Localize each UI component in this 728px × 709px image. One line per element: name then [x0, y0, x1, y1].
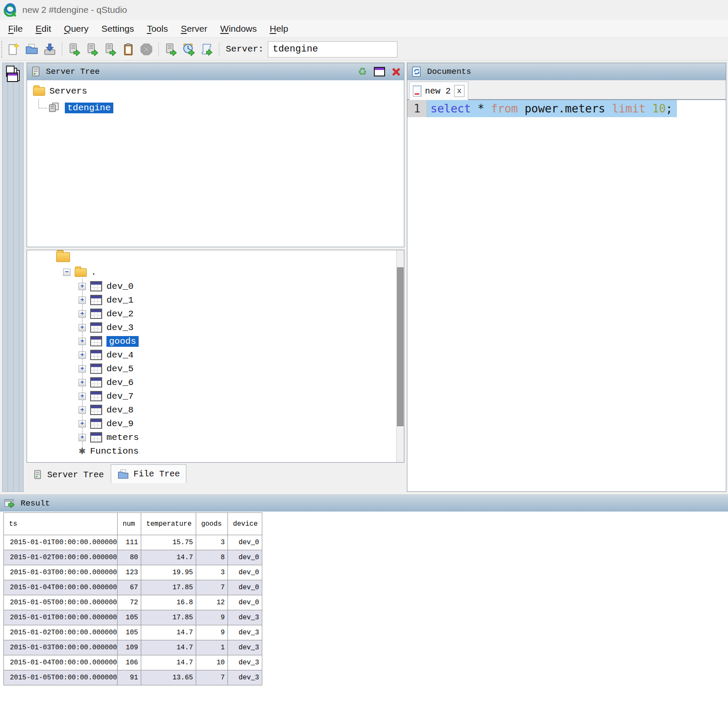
run-script-server-button[interactable] [162, 41, 179, 58]
cell-temperature: 13.65 [141, 670, 196, 685]
expand-icon[interactable]: + [79, 365, 86, 373]
table-row[interactable]: 2015-01-04T00:00:00.0000006717.857dev_0 [4, 580, 262, 595]
menu-item-file[interactable]: File [2, 24, 29, 34]
expand-icon[interactable]: + [79, 338, 86, 345]
tree-item-servers[interactable]: Servers [33, 86, 87, 96]
close-panel-icon[interactable] [392, 67, 400, 76]
menu-item-help[interactable]: Help [263, 24, 294, 34]
expand-icon[interactable]: + [79, 420, 86, 427]
documents-panel: Documents new 2 x 1 select * from power.… [407, 63, 726, 492]
tree-item-label: goods [106, 336, 139, 347]
root-folder-icon[interactable] [56, 252, 70, 262]
server-icon [30, 66, 42, 78]
expand-icon[interactable]: + [79, 324, 86, 331]
column-header-device[interactable]: device [228, 513, 262, 535]
tab-new-2[interactable]: new 2 x [409, 82, 468, 100]
cell-device: dev_0 [228, 535, 262, 550]
table-row[interactable]: 2015-01-05T00:00:00.0000007216.812dev_0 [4, 595, 262, 610]
server-node-label: tdengine [65, 103, 113, 113]
restore-window-icon[interactable] [7, 73, 18, 82]
column-header-num[interactable]: num [117, 513, 141, 535]
code-line[interactable]: select * from power.meters limit 10; [427, 100, 677, 117]
script-icon [200, 42, 214, 56]
expand-icon[interactable]: + [79, 297, 86, 304]
column-header-temperature[interactable]: temperature [141, 513, 196, 535]
table-row[interactable]: 2015-01-01T00:00:00.00000010517.859dev_3 [4, 610, 262, 625]
tree-item-dev_7[interactable]: +dev_7 [27, 389, 388, 403]
menu-item-windows[interactable]: Windows [214, 24, 263, 34]
tree-item-label: dev_7 [106, 391, 133, 401]
server-input[interactable] [268, 41, 397, 58]
stop-query-button[interactable] [138, 41, 155, 58]
new-document-button[interactable] [5, 41, 22, 58]
run-script-button[interactable] [198, 41, 215, 58]
save-import-button[interactable] [41, 41, 58, 58]
menu-item-settings[interactable]: Settings [95, 24, 140, 34]
expand-icon[interactable]: + [79, 283, 86, 290]
menu-mnemonic: W [220, 24, 229, 33]
tree-item-dev_6[interactable]: +dev_6 [27, 376, 388, 389]
title-bar: new 2 #tdengine - qStudio [0, 0, 728, 20]
run-line-button[interactable] [84, 41, 101, 58]
tree-item-functions[interactable]: ✱Functions [27, 444, 388, 458]
tree-item-dev_8[interactable]: +dev_8 [27, 403, 388, 417]
run-query-button[interactable] [66, 41, 83, 58]
table-row[interactable]: 2015-01-05T00:00:00.0000009113.657dev_3 [4, 670, 262, 685]
column-header-ts[interactable]: ts [4, 513, 118, 535]
tree-item-dev_4[interactable]: +dev_4 [27, 348, 388, 362]
sql-editor[interactable]: 1 select * from power.meters limit 10; [407, 100, 726, 491]
tree-item-dev_9[interactable]: +dev_9 [27, 417, 388, 430]
refresh-icon[interactable]: ♻ [358, 67, 367, 77]
expand-icon[interactable]: + [79, 379, 86, 386]
result-table-head: tsnumtemperaturegoodsdevice [4, 513, 262, 535]
collapse-icon[interactable]: − [63, 269, 70, 276]
clipboard-button[interactable] [120, 41, 137, 58]
maximize-panel-icon[interactable] [374, 67, 385, 76]
expand-icon[interactable]: + [79, 406, 86, 414]
tree-item-label: Functions [90, 446, 139, 456]
tab-file-tree[interactable]: File Tree [111, 464, 186, 483]
close-tab-button[interactable]: x [454, 85, 464, 97]
vertical-scrollbar[interactable] [396, 250, 404, 462]
open-file-button[interactable] [23, 41, 40, 58]
cell-goods: 9 [196, 610, 228, 625]
scheduled-run-button[interactable] [180, 41, 197, 58]
menu-item-edit[interactable]: Edit [29, 24, 58, 34]
table-row[interactable]: 2015-01-01T00:00:00.00000011115.753dev_0 [4, 535, 262, 550]
column-header-goods[interactable]: goods [196, 513, 228, 535]
tree-item-dot[interactable]: − . [63, 267, 97, 277]
open-folder-icon [25, 42, 39, 56]
header-row: tsnumtemperaturegoodsdevice [4, 513, 262, 535]
tree-item-meters[interactable]: +meters [27, 430, 388, 444]
menu-item-tools[interactable]: Tools [140, 24, 174, 34]
run-selection-button[interactable] [102, 41, 119, 58]
tree-item-tdengine[interactable]: tdengine [48, 102, 113, 114]
expand-icon[interactable]: + [79, 434, 86, 441]
dock-strip [2, 63, 24, 492]
cell-num: 109 [117, 640, 141, 655]
table-row[interactable]: 2015-01-02T00:00:00.00000010514.79dev_3 [4, 625, 262, 640]
table-row[interactable]: 2015-01-02T00:00:00.0000008014.78dev_0 [4, 550, 262, 565]
tree-item-dev_0[interactable]: +dev_0 [27, 279, 388, 293]
cell-goods: 7 [196, 670, 228, 685]
expand-icon[interactable]: + [79, 351, 86, 359]
tree-item-dev_1[interactable]: +dev_1 [27, 293, 388, 307]
run-query-icon [67, 42, 81, 56]
table-row[interactable]: 2015-01-04T00:00:00.00000010614.710dev_3 [4, 655, 262, 670]
tab-server-tree[interactable]: Server Tree [27, 466, 110, 483]
scrollbar-thumb[interactable] [397, 267, 403, 426]
cell-temperature: 14.7 [141, 655, 196, 670]
tree-item-dev_5[interactable]: +dev_5 [27, 362, 388, 376]
expand-icon[interactable]: + [79, 310, 86, 318]
tree-item-dev_3[interactable]: +dev_3 [27, 321, 388, 334]
expand-icon[interactable]: + [79, 393, 86, 400]
table-row[interactable]: 2015-01-03T00:00:00.00000010914.71dev_3 [4, 640, 262, 655]
menu-item-query[interactable]: Query [58, 24, 95, 34]
table-row[interactable]: 2015-01-03T00:00:00.00000012319.953dev_0 [4, 565, 262, 580]
toolbar-grip[interactable] [1, 41, 5, 58]
cell-ts: 2015-01-01T00:00:00.000000 [4, 610, 118, 625]
menu-item-server[interactable]: Server [174, 24, 214, 34]
tree-item-goods[interactable]: +goods [27, 334, 388, 348]
tree-item-dev_2[interactable]: +dev_2 [27, 307, 388, 321]
cell-goods: 3 [196, 535, 228, 550]
